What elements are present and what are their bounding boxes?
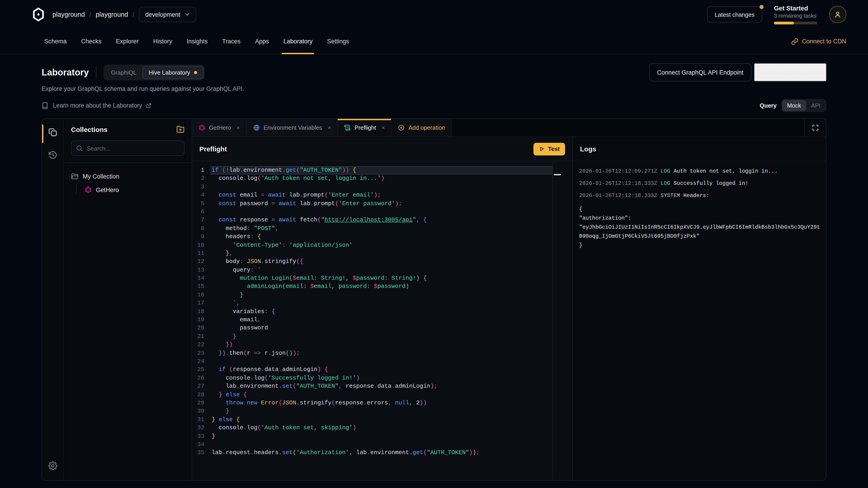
query-mode-api[interactable]: API <box>806 100 826 111</box>
collections-search-input[interactable] <box>71 140 184 156</box>
line-number: 10 <box>192 241 210 250</box>
query-mode-mock[interactable]: Mock <box>782 100 806 111</box>
nav-tab-traces[interactable]: Traces <box>216 29 247 54</box>
code-line[interactable]: 16 } <box>192 291 553 299</box>
code-line[interactable]: 32 console.log('Auth token set, skipping… <box>192 424 553 432</box>
code-line[interactable]: 6 <box>192 208 553 216</box>
logs-pane: Logs 2026-01-26T12:12:09.271Z LOG Auth t… <box>573 137 826 480</box>
mock-data-endpoint-button[interactable]: Mock Data Endpoint <box>754 63 827 81</box>
nav-tab-apps[interactable]: Apps <box>249 29 275 54</box>
code-line-content: 'Content-Type': 'application/json' <box>210 241 553 250</box>
code-line[interactable]: 26 console.log('Successfully logged in!'… <box>192 374 553 383</box>
code-line[interactable]: 23 }).then(r => r.json()); <box>192 349 553 357</box>
code-line[interactable]: 2 console.log('Auth token not set, loggi… <box>192 175 553 183</box>
code-line[interactable]: 27 lab.environment.set("AUTH_TOKEN", res… <box>192 382 553 391</box>
nav-tab-schema[interactable]: Schema <box>38 29 73 54</box>
play-icon <box>539 146 545 152</box>
code-line[interactable]: 7 const response = await fetch("http://l… <box>192 216 553 225</box>
mode-option-hive-laboratory[interactable]: Hive Laboratory <box>143 66 204 79</box>
code-line[interactable]: 11 }, <box>192 250 553 258</box>
code-line[interactable]: 29 throw new Error(JSON.stringify(respon… <box>192 399 553 408</box>
breadcrumb-org[interactable]: playground <box>53 11 85 18</box>
nav-tab-settings[interactable]: Settings <box>321 29 355 54</box>
code-line[interactable]: 18 variables: { <box>192 307 553 316</box>
code-line[interactable]: 24 <box>192 357 553 366</box>
code-line[interactable]: 22 }) <box>192 341 553 349</box>
code-line[interactable]: 8 method: "POST", <box>192 224 553 233</box>
settings-rail-button[interactable] <box>45 459 60 473</box>
code-line[interactable]: 25 if (response.data.adminLogin) { <box>192 366 553 374</box>
tab-label: Environment Variables <box>264 124 322 131</box>
collections-icon <box>48 128 57 137</box>
code-line[interactable]: 5 const password = await lab.prompt('Ent… <box>192 199 553 208</box>
nav-tab-checks[interactable]: Checks <box>75 29 108 54</box>
fullscreen-icon <box>812 124 819 131</box>
tab-label: GetHero <box>209 124 231 131</box>
learn-more-link[interactable]: Learn more about the Laboratory <box>41 102 152 109</box>
code-line[interactable]: 3 <box>192 183 553 191</box>
close-tab-icon[interactable]: × <box>237 124 240 131</box>
line-number: 9 <box>192 233 210 241</box>
tab-environment-variables[interactable]: Environment Variables× <box>247 119 338 136</box>
collection-operation-gethero[interactable]: GetHero <box>64 183 192 197</box>
close-tab-icon[interactable]: × <box>381 124 385 131</box>
mode-option-graphiql[interactable]: GraphiQL <box>105 66 143 78</box>
nav-tab-laboratory[interactable]: Laboratory <box>277 29 319 54</box>
code-line[interactable]: 10 'Content-Type': 'application/json' <box>192 241 553 250</box>
folder-open-icon <box>71 173 79 180</box>
breadcrumb-project[interactable]: playground <box>96 11 128 18</box>
code-line[interactable]: 4 const email = await lab.prompt('Enter … <box>192 191 553 199</box>
preflight-editor-pane: Preflight Test 1if (!lab.environment.get… <box>192 137 573 480</box>
code-line[interactable]: 21 } <box>192 332 553 341</box>
hive-logo-icon[interactable] <box>33 8 44 21</box>
connect-graphql-endpoint-button[interactable]: Connect GraphQL API Endpoint <box>649 63 752 81</box>
code-line[interactable]: 34 <box>192 441 553 449</box>
nav-tab-explorer[interactable]: Explorer <box>110 29 145 54</box>
history-rail-button[interactable] <box>45 148 60 162</box>
tab-add-operation[interactable]: Add operation <box>392 119 452 136</box>
get-started-widget[interactable]: Get Started 3 remaining tasks <box>774 4 817 25</box>
code-line[interactable]: 35lab.request.headers.set('Authorization… <box>192 449 553 457</box>
code-line[interactable]: 30 } <box>192 408 553 416</box>
code-line[interactable]: 1if (!lab.environment.get("AUTH_TOKEN"))… <box>192 166 553 175</box>
connect-to-cdn-link[interactable]: Connect to CDN <box>791 29 846 54</box>
code-editor[interactable]: 1if (!lab.environment.get("AUTH_TOKEN"))… <box>192 161 553 480</box>
fullscreen-button[interactable] <box>804 119 826 136</box>
latest-changes-button[interactable]: Latest changes <box>707 6 762 23</box>
collection-folder-my-collection[interactable]: My Collection <box>64 170 192 183</box>
code-line[interactable]: 33} <box>192 432 553 441</box>
code-line[interactable]: 19 email, <box>192 316 553 324</box>
code-line[interactable]: 9 headers: { <box>192 233 553 241</box>
user-avatar[interactable] <box>829 6 846 23</box>
nav-tab-insights[interactable]: Insights <box>180 29 214 54</box>
nav-tab-history[interactable]: History <box>147 29 179 54</box>
code-line[interactable]: 28 } else { <box>192 391 553 399</box>
target-selector[interactable]: development <box>139 7 196 22</box>
editor-scrollbar-thumb[interactable] <box>554 174 561 175</box>
code-line-content <box>210 441 553 449</box>
code-line[interactable]: 12 body: JSON.stringify({ <box>192 258 553 266</box>
code-line[interactable]: 13 query: ` <box>192 266 553 274</box>
nav-tabs: SchemaChecksExplorerHistoryInsightsTrace… <box>38 29 355 54</box>
code-line[interactable]: 31} else { <box>192 416 553 424</box>
line-number: 11 <box>192 250 210 258</box>
code-line[interactable]: 17 `, <box>192 299 553 308</box>
tab-preflight[interactable]: Preflight× <box>338 119 392 136</box>
collections-rail-button[interactable] <box>45 125 60 140</box>
test-button[interactable]: Test <box>533 142 565 155</box>
close-tab-icon[interactable]: × <box>328 124 331 131</box>
tab-gethero[interactable]: GetHero× <box>192 119 247 136</box>
line-number: 5 <box>192 199 210 208</box>
line-number: 6 <box>192 208 210 216</box>
add-collection-button[interactable] <box>176 125 184 133</box>
logs-title: Logs <box>580 145 596 153</box>
code-line-content: if (!lab.environment.get("AUTH_TOKEN")) … <box>210 166 553 175</box>
code-line-content: } <box>210 432 553 441</box>
code-line[interactable]: 20 password <box>192 324 553 332</box>
code-line-content: method: "POST", <box>210 224 553 233</box>
tabbar-spacer <box>452 119 804 136</box>
code-line[interactable]: 14 mutation Login($email: String!, $pass… <box>192 274 553 283</box>
code-line-content <box>210 208 553 216</box>
code-line[interactable]: 15 adminLogin(email: $email, password: $… <box>192 283 553 291</box>
editor-scrollbar[interactable] <box>553 161 572 480</box>
